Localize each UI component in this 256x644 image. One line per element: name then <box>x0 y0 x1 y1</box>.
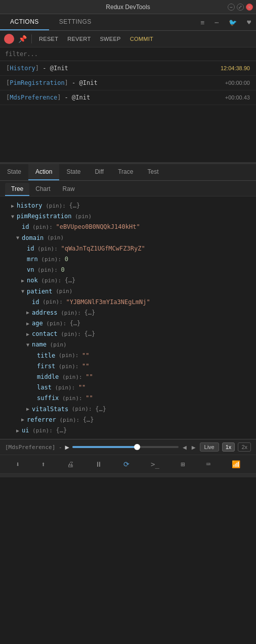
prev-button[interactable]: ◀ <box>182 443 188 451</box>
tab-test[interactable]: Test <box>140 164 165 180</box>
list-item: vn (pin): 0 <box>5 265 251 275</box>
seek-track[interactable] <box>72 446 179 448</box>
tab-diff[interactable]: Diff <box>88 164 111 180</box>
toggle-patient[interactable]: ▼ <box>20 287 25 295</box>
filter-bar <box>0 47 256 61</box>
speed-2x-button[interactable]: 2x <box>238 442 251 452</box>
print-icon[interactable]: 🖨 <box>63 458 78 470</box>
action-item[interactable]: [MdsPreference] - @Init +00:00.43 <box>0 90 256 105</box>
toolbar-separator <box>31 34 32 43</box>
list-item: ▼ pimRegistration (pin) <box>5 211 251 222</box>
menu-icon[interactable]: ≡ <box>196 15 210 30</box>
toggle-ui[interactable]: ▶ <box>15 427 20 435</box>
toggle-name[interactable]: ▼ <box>25 341 30 349</box>
tab-raw[interactable]: Raw <box>57 183 81 196</box>
speed-1x-button[interactable]: 1x <box>222 442 235 452</box>
list-item: id (pin): "eBVUpeo0B0NQQkJ140kHt" <box>5 222 251 232</box>
list-item: title (pin): "" <box>5 351 251 361</box>
action-item[interactable]: [PimRegistration] - @Init +00:00:00 <box>0 76 256 90</box>
action-item[interactable]: [History] - @Init 12:04:38.90 <box>0 61 256 76</box>
reset-button[interactable]: RESET <box>36 35 61 43</box>
list-item: ▼ patient (pin) <box>5 286 251 297</box>
seek-thumb[interactable] <box>134 444 140 450</box>
tab-state-1[interactable]: State <box>0 164 28 180</box>
seek-fill <box>72 446 136 448</box>
grid-icon[interactable]: ⊞ <box>177 458 189 470</box>
toggle-domain[interactable]: ▼ <box>15 234 20 242</box>
list-item: ▼ domain (pin) <box>5 233 251 243</box>
minimize-button[interactable]: − <box>228 4 235 11</box>
nav-tab-icons: ≡ ⋯ 🐦 ♥ <box>196 15 256 30</box>
action-label: [PimRegistration] - @Init <box>6 79 98 86</box>
toggle-vitalstats[interactable]: ▶ <box>25 405 30 413</box>
tab-tree[interactable]: Tree <box>5 183 29 196</box>
action-time: +00:00.43 <box>225 94 250 101</box>
toggle-history[interactable]: ▶ <box>10 202 15 210</box>
list-item: id (pin): "qWaJnTqZ1UGfMCwFZ3RyZ" <box>5 243 251 254</box>
action-label: [History] - @Init <box>6 65 68 72</box>
toggle-contact[interactable]: ▶ <box>25 330 30 338</box>
panel-tabs: State Action State Diff Trace Test <box>0 164 256 181</box>
toggle-address[interactable]: ▶ <box>25 309 30 317</box>
next-button[interactable]: ▶ <box>191 443 197 451</box>
action-time: +00:00:00 <box>225 80 250 86</box>
pin-button[interactable]: 📌 <box>17 34 27 44</box>
action-time: 12:04:38.90 <box>221 65 250 71</box>
terminal-icon[interactable]: >_ <box>147 458 163 470</box>
nav-tabs: ACTIONS SETTINGS ≡ ⋯ 🐦 ♥ <box>0 14 256 31</box>
playback-label: [MdsPreference] - <box>5 444 62 451</box>
download-icon[interactable]: ⬇ <box>12 458 24 470</box>
playback-bar: [MdsPreference] - ▶ ◀ ▶ Live 1x 2x <box>0 439 256 455</box>
close-button[interactable]: ✕ <box>246 4 253 11</box>
view-tabs: Tree Chart Raw <box>0 181 256 196</box>
list-item: suffix (pin): "" <box>5 393 251 404</box>
live-button[interactable]: Live <box>200 442 219 452</box>
toggle-pimreg[interactable]: ▼ <box>10 213 15 221</box>
list-item: ▶ vitalStats (pin): {…} <box>5 404 251 415</box>
list-item: ▶ referrer (pin): {…} <box>5 415 251 425</box>
app-title: Redux DevTools <box>106 4 150 11</box>
list-item: first (pin): "" <box>5 361 251 372</box>
play-button[interactable]: ▶ <box>65 443 69 451</box>
toggle-age[interactable]: ▶ <box>25 320 30 328</box>
action-toolbar: 📌 RESET REVERT SWEEP COMMIT <box>0 31 256 47</box>
record-button[interactable] <box>4 34 14 44</box>
refresh-icon[interactable]: ⟳ <box>119 458 134 470</box>
tab-settings[interactable]: SETTINGS <box>49 14 102 30</box>
window-controls: − ⤢ ✕ <box>228 4 253 11</box>
tab-action[interactable]: Action <box>28 164 59 180</box>
tab-chart[interactable]: Chart <box>29 183 56 196</box>
toggle-referrer[interactable]: ▶ <box>20 416 25 424</box>
list-item: ▶ contact (pin): {…} <box>5 329 251 339</box>
dots-icon[interactable]: ⋯ <box>209 15 224 30</box>
revert-button[interactable]: REVERT <box>64 35 94 43</box>
toggle-nok[interactable]: ▶ <box>20 277 25 285</box>
tab-actions[interactable]: ACTIONS <box>0 14 49 30</box>
list-item: ▶ nok (pin): {…} <box>5 275 251 286</box>
horizontal-scrollbar[interactable] <box>0 473 256 477</box>
heart-icon[interactable]: ♥ <box>242 15 256 30</box>
list-item: ▶ address (pin): {…} <box>5 308 251 318</box>
upload-icon[interactable]: ⬆ <box>37 458 49 470</box>
list-item: id (pin): "YJBMGNlF3mYIa3NEgLmNj" <box>5 297 251 308</box>
commit-button[interactable]: COMMIT <box>127 35 156 43</box>
keyboard-icon[interactable]: ⌨ <box>202 458 214 470</box>
actions-list: [History] - @Init 12:04:38.90 [PimRegist… <box>0 61 256 162</box>
bottom-toolbar: ⬇ ⬆ 🖨 ⏸ ⟳ >_ ⊞ ⌨ 📶 <box>0 455 256 473</box>
tab-state-2[interactable]: State <box>59 164 88 180</box>
signal-icon[interactable]: 📶 <box>228 458 244 470</box>
action-label: [MdsPreference] - @Init <box>6 94 90 101</box>
list-item: last (pin): "" <box>5 382 251 393</box>
tree-view: ▶ history (pin): {…} ▼ pimRegistration (… <box>0 196 256 439</box>
maximize-button[interactable]: ⤢ <box>237 4 244 11</box>
list-item: middle (pin): "" <box>5 372 251 382</box>
title-bar: Redux DevTools − ⤢ ✕ <box>0 0 256 14</box>
pause-icon[interactable]: ⏸ <box>91 458 106 470</box>
tab-trace[interactable]: Trace <box>111 164 140 180</box>
list-item: ▼ name (pin) <box>5 339 251 350</box>
filter-input[interactable] <box>5 51 251 58</box>
twitter-icon[interactable]: 🐦 <box>224 15 242 30</box>
sweep-button[interactable]: SWEEP <box>97 35 123 43</box>
list-item: mrn (pin): 0 <box>5 254 251 265</box>
list-item: ▶ history (pin): {…} <box>5 201 251 211</box>
